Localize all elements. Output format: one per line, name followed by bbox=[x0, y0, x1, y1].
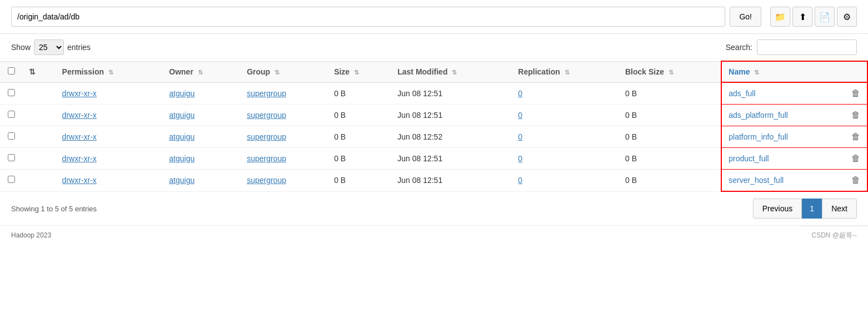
owner-cell[interactable]: atguigu bbox=[169, 89, 194, 98]
sort-icon-last-modified: ⇅ bbox=[452, 69, 457, 76]
permission-cell[interactable]: drwxr-xr-x bbox=[62, 111, 97, 120]
select-all-checkbox[interactable] bbox=[8, 67, 15, 75]
footer-right: CSDN @超哥-- bbox=[800, 226, 868, 245]
entries-label: entries bbox=[67, 43, 91, 52]
replication-cell[interactable]: 0 bbox=[518, 111, 522, 120]
name-cell[interactable]: ads_platform_full bbox=[729, 111, 788, 120]
replication-cell[interactable]: 0 bbox=[518, 89, 522, 98]
page-1-button[interactable]: 1 bbox=[802, 199, 822, 219]
row-checkbox[interactable] bbox=[8, 132, 15, 140]
table-row: drwxr-xr-xatguigusupergroup0 BJun 08 12:… bbox=[0, 126, 867, 148]
col-name[interactable]: Name ⇅ bbox=[721, 61, 867, 82]
delete-icon[interactable]: 🗑 bbox=[851, 175, 860, 185]
top-bar: Go! 📁 ⬆ 📄 ⚙ bbox=[0, 0, 868, 34]
showing-text: Showing 1 to 5 of 5 entries bbox=[11, 205, 97, 213]
sort-icon-permission: ⇅ bbox=[108, 69, 113, 76]
owner-cell[interactable]: atguigu bbox=[169, 132, 194, 141]
permission-cell[interactable]: drwxr-xr-x bbox=[62, 154, 97, 163]
col-permission[interactable]: Permission ⇅ bbox=[56, 61, 163, 82]
sort-icon-replication: ⇅ bbox=[565, 69, 570, 76]
size-cell: 0 B bbox=[327, 126, 391, 148]
search-input[interactable] bbox=[757, 39, 857, 55]
name-cell[interactable]: platform_info_full bbox=[729, 132, 788, 141]
table-row: drwxr-xr-xatguigusupergroup0 BJun 08 12:… bbox=[0, 105, 867, 126]
size-cell: 0 B bbox=[327, 148, 391, 170]
size-cell: 0 B bbox=[327, 82, 391, 105]
search-area: Search: bbox=[726, 39, 857, 55]
table-row: drwxr-xr-xatguigusupergroup0 BJun 08 12:… bbox=[0, 82, 867, 105]
upload-icon[interactable]: ⬆ bbox=[792, 7, 812, 27]
sort-icon-block-size: ⇅ bbox=[669, 69, 674, 76]
block-size-cell: 0 B bbox=[618, 170, 721, 192]
pagination-area: Showing 1 to 5 of 5 entries Previous 1 N… bbox=[0, 192, 868, 225]
sort-icon-size: ⇅ bbox=[354, 69, 359, 76]
table-row: drwxr-xr-xatguigusupergroup0 BJun 08 12:… bbox=[0, 148, 867, 170]
sort-icon-owner: ⇅ bbox=[198, 69, 203, 76]
col-owner[interactable]: Owner ⇅ bbox=[162, 61, 240, 82]
group-cell[interactable]: supergroup bbox=[247, 132, 286, 141]
replication-cell[interactable]: 0 bbox=[518, 132, 522, 141]
previous-button[interactable]: Previous bbox=[753, 199, 802, 219]
sort-arrows-1: ⇅ bbox=[29, 67, 36, 76]
entries-select[interactable]: 25 10 50 100 bbox=[34, 39, 64, 55]
block-size-cell: 0 B bbox=[618, 82, 721, 105]
last-modified-cell: Jun 08 12:51 bbox=[391, 148, 511, 170]
owner-cell[interactable]: atguigu bbox=[169, 111, 194, 120]
select-all-col bbox=[0, 61, 22, 82]
last-modified-cell: Jun 08 12:51 bbox=[391, 170, 511, 192]
table-row: drwxr-xr-xatguigusupergroup0 BJun 08 12:… bbox=[0, 170, 867, 192]
last-modified-cell: Jun 08 12:51 bbox=[391, 82, 511, 105]
delete-icon[interactable]: 🗑 bbox=[851, 110, 860, 120]
permission-cell[interactable]: drwxr-xr-x bbox=[62, 89, 97, 98]
group-cell[interactable]: supergroup bbox=[247, 176, 286, 185]
pagination-buttons: Previous 1 Next bbox=[753, 199, 857, 219]
document-icon[interactable]: 📄 bbox=[815, 7, 835, 27]
show-entries-area: Show 25 10 50 100 entries bbox=[11, 39, 91, 55]
group-cell[interactable]: supergroup bbox=[247, 111, 286, 120]
path-input[interactable] bbox=[11, 7, 725, 27]
name-cell[interactable]: ads_full bbox=[729, 89, 755, 98]
block-size-cell: 0 B bbox=[618, 126, 721, 148]
toolbar: 📁 ⬆ 📄 ⚙ bbox=[770, 7, 857, 27]
sort-icon-group: ⇅ bbox=[275, 69, 280, 76]
owner-cell[interactable]: atguigu bbox=[169, 176, 194, 185]
col-size[interactable]: Size ⇅ bbox=[327, 61, 391, 82]
last-modified-cell: Jun 08 12:52 bbox=[391, 126, 511, 148]
group-cell[interactable]: supergroup bbox=[247, 154, 286, 163]
delete-icon[interactable]: 🗑 bbox=[851, 88, 860, 98]
row-checkbox[interactable] bbox=[8, 154, 15, 161]
replication-cell[interactable]: 0 bbox=[518, 154, 522, 163]
sort-icon-name: ⇅ bbox=[754, 69, 759, 76]
footer-left: Hadoop 2023 bbox=[0, 229, 62, 241]
size-cell: 0 B bbox=[327, 170, 391, 192]
col-last-modified[interactable]: Last Modified ⇅ bbox=[391, 61, 511, 82]
row-checkbox[interactable] bbox=[8, 89, 15, 96]
col-group[interactable]: Group ⇅ bbox=[240, 61, 327, 82]
block-size-cell: 0 B bbox=[618, 105, 721, 126]
row-checkbox[interactable] bbox=[8, 111, 15, 118]
settings-icon[interactable]: ⚙ bbox=[837, 7, 857, 27]
col-replication[interactable]: Replication ⇅ bbox=[511, 61, 618, 82]
search-label: Search: bbox=[726, 43, 752, 52]
permission-cell[interactable]: drwxr-xr-x bbox=[62, 176, 97, 185]
block-size-cell: 0 B bbox=[618, 148, 721, 170]
delete-icon[interactable]: 🗑 bbox=[851, 132, 860, 142]
row-checkbox[interactable] bbox=[8, 176, 15, 183]
permission-cell[interactable]: drwxr-xr-x bbox=[62, 132, 97, 141]
size-cell: 0 B bbox=[327, 105, 391, 126]
controls-row: Show 25 10 50 100 entries Search: bbox=[0, 34, 868, 61]
name-cell[interactable]: server_host_full bbox=[729, 176, 784, 185]
group-cell[interactable]: supergroup bbox=[247, 89, 286, 98]
next-button[interactable]: Next bbox=[822, 199, 857, 219]
owner-cell[interactable]: atguigu bbox=[169, 154, 194, 163]
col-sort-icon[interactable]: ⇅ bbox=[22, 61, 56, 82]
file-table: ⇅ Permission ⇅ Owner ⇅ Group ⇅ Size ⇅ La… bbox=[0, 61, 868, 192]
replication-cell[interactable]: 0 bbox=[518, 176, 522, 185]
last-modified-cell: Jun 08 12:51 bbox=[391, 105, 511, 126]
show-label: Show bbox=[11, 43, 31, 52]
folder-icon[interactable]: 📁 bbox=[770, 7, 790, 27]
name-cell[interactable]: product_full bbox=[729, 154, 769, 163]
col-block-size[interactable]: Block Size ⇅ bbox=[618, 61, 721, 82]
delete-icon[interactable]: 🗑 bbox=[851, 153, 860, 164]
go-button[interactable]: Go! bbox=[730, 7, 761, 27]
